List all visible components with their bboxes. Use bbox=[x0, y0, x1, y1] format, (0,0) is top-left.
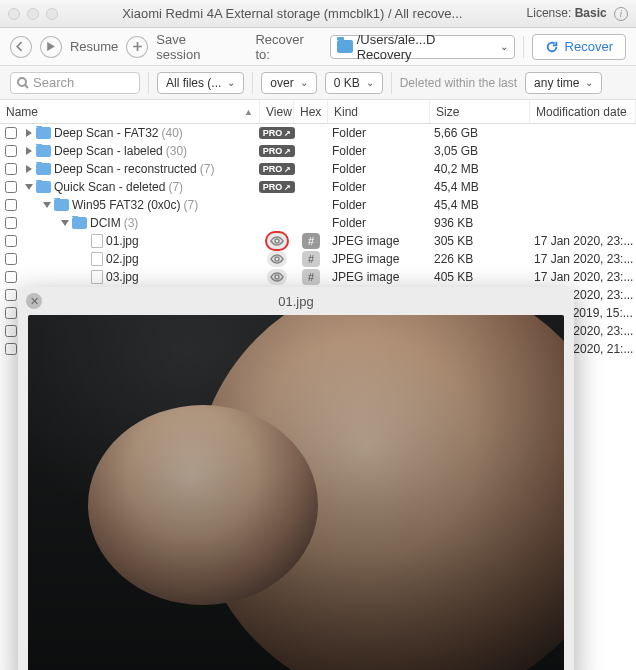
hex-badge[interactable]: # bbox=[302, 233, 320, 249]
row-date: 17 Jan 2020, 23:... bbox=[530, 270, 636, 284]
table-row[interactable]: 03.jpg#JPEG image405 KB17 Jan 2020, 23:.… bbox=[0, 268, 636, 286]
row-checkbox[interactable] bbox=[5, 145, 17, 157]
row-size: 45,4 MB bbox=[430, 198, 530, 212]
table-row[interactable]: Deep Scan - FAT32 (40)PROFolder5,66 GB bbox=[0, 124, 636, 142]
pro-badge[interactable]: PRO bbox=[259, 181, 296, 193]
preview-eye-icon[interactable] bbox=[267, 269, 287, 285]
folder-icon bbox=[54, 199, 69, 211]
divider bbox=[523, 36, 524, 58]
row-size: 3,05 GB bbox=[430, 144, 530, 158]
preview-header: ✕ 01.jpg bbox=[18, 287, 574, 315]
svg-point-0 bbox=[18, 78, 26, 86]
pro-badge[interactable]: PRO bbox=[259, 145, 296, 157]
row-name: Deep Scan - reconstructed bbox=[54, 162, 197, 176]
zoom-window-icon[interactable] bbox=[46, 8, 58, 20]
chevron-down-icon: ⌄ bbox=[500, 41, 508, 52]
file-type-filter[interactable]: All files (...⌄ bbox=[157, 72, 244, 94]
col-kind[interactable]: Kind bbox=[328, 100, 430, 123]
window-title: Xiaomi Redmi 4A External storage (mmcblk… bbox=[58, 6, 527, 21]
recover-path-text: /Users/ale...D Recovery bbox=[357, 32, 494, 62]
row-checkbox[interactable] bbox=[5, 199, 17, 211]
toolbar: Resume Save session Recover to: /Users/a… bbox=[0, 28, 636, 66]
recover-to-label: Recover to: bbox=[255, 32, 321, 62]
minimize-window-icon[interactable] bbox=[27, 8, 39, 20]
close-preview-button[interactable]: ✕ bbox=[26, 293, 42, 309]
recover-button-label: Recover bbox=[565, 39, 613, 54]
license-label: License: bbox=[527, 6, 572, 20]
close-window-icon[interactable] bbox=[8, 8, 20, 20]
folder-icon bbox=[36, 181, 51, 193]
table-row[interactable]: DCIM (3)Folder936 KB bbox=[0, 214, 636, 232]
row-checkbox[interactable] bbox=[5, 181, 17, 193]
table-row[interactable]: Deep Scan - reconstructed (7)PROFolder40… bbox=[0, 160, 636, 178]
col-hex[interactable]: Hex bbox=[294, 100, 328, 123]
row-kind: JPEG image bbox=[328, 270, 430, 284]
divider bbox=[252, 72, 253, 94]
filter-bar: Search All files (...⌄ over⌄ 0 KB⌄ Delet… bbox=[0, 66, 636, 100]
row-kind: Folder bbox=[328, 162, 430, 176]
file-icon bbox=[91, 234, 103, 248]
size-value[interactable]: 0 KB⌄ bbox=[325, 72, 383, 94]
column-headers: Name▲ View Hex Kind Size Modification da… bbox=[0, 100, 636, 124]
hex-badge[interactable]: # bbox=[302, 269, 320, 285]
table-row[interactable]: 01.jpg#JPEG image305 KB17 Jan 2020, 23:.… bbox=[0, 232, 636, 250]
preview-title: 01.jpg bbox=[42, 294, 550, 309]
time-filter[interactable]: any time⌄ bbox=[525, 72, 602, 94]
preview-eye-icon[interactable] bbox=[267, 251, 287, 267]
row-checkbox[interactable] bbox=[5, 289, 17, 301]
row-date: 17 Jan 2020, 23:... bbox=[530, 234, 636, 248]
disclosure-triangle-icon[interactable] bbox=[61, 220, 69, 226]
disclosure-triangle-icon[interactable] bbox=[43, 202, 51, 208]
save-session-button[interactable] bbox=[126, 36, 148, 58]
row-checkbox[interactable] bbox=[5, 253, 17, 265]
sort-asc-icon: ▲ bbox=[244, 107, 253, 117]
disclosure-triangle-icon[interactable] bbox=[26, 129, 32, 137]
folder-icon bbox=[36, 163, 51, 175]
table-row[interactable]: 02.jpg#JPEG image226 KB17 Jan 2020, 23:.… bbox=[0, 250, 636, 268]
resume-button[interactable] bbox=[40, 36, 62, 58]
hex-badge[interactable]: # bbox=[302, 251, 320, 267]
pro-badge[interactable]: PRO bbox=[259, 127, 296, 139]
row-count: (7) bbox=[183, 198, 198, 212]
svg-point-1 bbox=[275, 239, 279, 243]
row-checkbox[interactable] bbox=[5, 127, 17, 139]
back-button[interactable] bbox=[10, 36, 32, 58]
row-checkbox[interactable] bbox=[5, 163, 17, 175]
row-checkbox[interactable] bbox=[5, 271, 17, 283]
col-size[interactable]: Size bbox=[430, 100, 530, 123]
table-row[interactable]: Quick Scan - deleted (7)PROFolder45,4 MB bbox=[0, 178, 636, 196]
row-checkbox[interactable] bbox=[5, 307, 17, 319]
window-controls bbox=[8, 8, 58, 20]
row-count: (3) bbox=[124, 216, 139, 230]
recover-button[interactable]: Recover bbox=[532, 34, 626, 60]
row-size: 5,66 GB bbox=[430, 126, 530, 140]
chevron-down-icon: ⌄ bbox=[585, 77, 593, 88]
row-checkbox[interactable] bbox=[5, 235, 17, 247]
save-session-label: Save session bbox=[156, 32, 233, 62]
pro-badge[interactable]: PRO bbox=[259, 163, 296, 175]
divider bbox=[148, 72, 149, 94]
col-name[interactable]: Name▲ bbox=[0, 100, 260, 123]
table-row[interactable]: Win95 FAT32 (0x0c) (7)Folder45,4 MB bbox=[0, 196, 636, 214]
search-input[interactable]: Search bbox=[10, 72, 140, 94]
row-checkbox[interactable] bbox=[5, 217, 17, 229]
col-view[interactable]: View bbox=[260, 100, 294, 123]
disclosure-triangle-icon[interactable] bbox=[25, 184, 33, 190]
license-indicator: License: Basic i bbox=[527, 6, 628, 21]
search-placeholder: Search bbox=[33, 75, 74, 90]
size-comparator[interactable]: over⌄ bbox=[261, 72, 316, 94]
disclosure-triangle-icon[interactable] bbox=[26, 165, 32, 173]
info-icon[interactable]: i bbox=[614, 7, 628, 21]
preview-eye-icon[interactable] bbox=[267, 233, 287, 249]
row-checkbox[interactable] bbox=[5, 343, 17, 355]
row-kind: Folder bbox=[328, 144, 430, 158]
col-mod[interactable]: Modification date bbox=[530, 100, 636, 123]
table-row[interactable]: Deep Scan - labeled (30)PROFolder3,05 GB bbox=[0, 142, 636, 160]
recover-path-selector[interactable]: /Users/ale...D Recovery ⌄ bbox=[330, 35, 515, 59]
row-size: 305 KB bbox=[430, 234, 530, 248]
row-name: Deep Scan - labeled bbox=[54, 144, 163, 158]
file-icon bbox=[91, 270, 103, 284]
folder-icon bbox=[36, 127, 51, 139]
disclosure-triangle-icon[interactable] bbox=[26, 147, 32, 155]
row-checkbox[interactable] bbox=[5, 325, 17, 337]
